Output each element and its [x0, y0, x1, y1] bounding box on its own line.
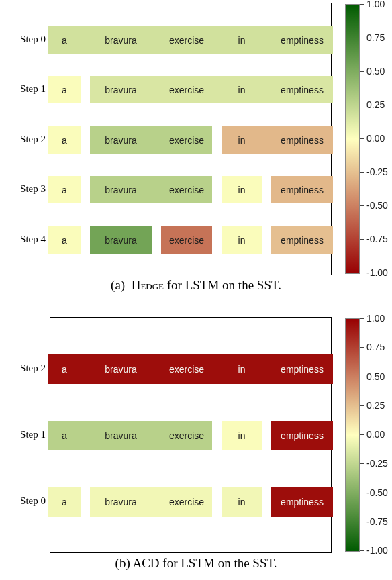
cell-gap — [81, 354, 90, 384]
step-label: Step 2 — [11, 134, 46, 145]
colorbar-a-gradient — [345, 4, 360, 274]
cell-gap — [212, 226, 222, 254]
word-cell: exercise — [161, 176, 212, 203]
colorbar-tick-label: 1.00 — [366, 0, 385, 9]
caption-a-suffix: for LSTM on the SST. — [164, 278, 281, 292]
word-cell: exercise — [161, 126, 212, 154]
colorbar-b: 1.000.750.500.250.00-0.25-0.50-0.75-1.00 — [345, 318, 381, 552]
cell-gap — [212, 176, 222, 203]
word-cell: exercise — [161, 26, 212, 54]
cell-gap — [262, 421, 271, 450]
colorbar-tick-label: -0.25 — [366, 458, 388, 469]
cell-gap — [152, 76, 161, 103]
heatmap-row: abravuraexerciseinemptiness — [48, 421, 333, 450]
cell-gap — [152, 354, 161, 384]
word-cell: a — [48, 421, 81, 450]
colorbar-tick — [360, 71, 364, 72]
cell-gap — [81, 176, 90, 203]
word-cell: bravura — [90, 126, 152, 154]
word-cell: in — [222, 226, 262, 254]
word-cell: bravura — [90, 487, 152, 517]
cell-gap — [81, 76, 90, 103]
word-cell: emptiness — [271, 26, 333, 54]
panel-a: abravuraexerciseinemptinessabravuraexerc… — [11, 3, 381, 295]
colorbar-tick — [360, 347, 364, 348]
step-label: Step 1 — [11, 429, 46, 440]
colorbar-tick — [360, 463, 364, 464]
colorbar-tick — [360, 377, 364, 377]
colorbar-tick-label: 0.50 — [366, 371, 385, 382]
word-cell: a — [48, 26, 81, 54]
word-cell: bravura — [90, 176, 152, 203]
word-cell: exercise — [161, 76, 212, 103]
word-cell: a — [48, 176, 81, 203]
cell-gap — [212, 126, 222, 154]
cell-gap — [262, 354, 271, 384]
colorbar-a: 1.000.750.500.250.00-0.25-0.50-0.75-1.00 — [345, 4, 381, 274]
colorbar-tick-label: -0.75 — [366, 516, 388, 527]
word-cell: bravura — [90, 354, 152, 384]
cell-gap — [152, 26, 161, 54]
cell-gap — [262, 26, 271, 54]
cell-gap — [81, 487, 90, 517]
cell-gap — [81, 226, 90, 254]
plot-a-area: abravuraexerciseinemptinessabravuraexerc… — [50, 3, 332, 275]
word-cell: a — [48, 226, 81, 254]
colorbar-tick — [360, 38, 364, 38]
step-label: Step 3 — [11, 183, 46, 195]
cell-gap — [212, 421, 222, 450]
caption-a-prefix: (a) H — [111, 278, 140, 292]
word-cell: bravura — [90, 26, 152, 54]
colorbar-tick — [360, 4, 364, 5]
colorbar-tick-label: 0.00 — [366, 429, 385, 440]
colorbar-tick — [360, 434, 364, 435]
word-cell: a — [48, 487, 81, 517]
word-cell: in — [222, 176, 262, 203]
word-cell: exercise — [161, 354, 212, 384]
colorbar-tick-label: -1.00 — [366, 267, 388, 278]
word-cell: bravura — [90, 226, 152, 254]
colorbar-tick — [360, 405, 364, 406]
panel-b: abravuraexerciseinemptinessabravuraexerc… — [11, 317, 381, 572]
colorbar-tick-label: 0.50 — [366, 66, 385, 77]
cell-gap — [262, 176, 271, 203]
step-label: Step 4 — [11, 234, 46, 245]
heatmap-row: abravuraexerciseinemptiness — [48, 76, 333, 103]
cell-gap — [212, 354, 222, 384]
word-cell: a — [48, 354, 81, 384]
word-cell: in — [222, 76, 262, 103]
colorbar-tick — [360, 318, 364, 319]
colorbar-tick-label: -1.00 — [366, 545, 388, 556]
colorbar-tick — [360, 172, 364, 173]
cell-gap — [262, 487, 271, 517]
cell-gap — [152, 421, 161, 450]
word-cell: in — [222, 421, 262, 450]
cell-gap — [212, 26, 222, 54]
word-cell: exercise — [161, 487, 212, 517]
word-cell: a — [48, 126, 81, 154]
caption-a: (a) Hedge for LSTM on the SST. — [11, 278, 381, 293]
colorbar-tick-label: 0.25 — [366, 99, 385, 110]
cell-gap — [212, 76, 222, 103]
colorbar-tick-label: -0.75 — [366, 234, 388, 244]
cell-gap — [262, 76, 271, 103]
colorbar-tick — [360, 105, 364, 105]
colorbar-tick-label: -0.50 — [366, 200, 388, 211]
plot-a-wrap: abravuraexerciseinemptinessabravuraexerc… — [11, 3, 381, 275]
colorbar-tick — [360, 138, 364, 139]
colorbar-tick — [360, 239, 364, 240]
word-cell: emptiness — [271, 126, 333, 154]
cell-gap — [152, 126, 161, 154]
cell-gap — [262, 226, 271, 254]
heatmap-row: abravuraexerciseinemptiness — [48, 354, 333, 384]
colorbar-tick-label: 0.00 — [366, 133, 385, 144]
heatmap-row: abravuraexerciseinemptiness — [48, 26, 333, 54]
colorbar-tick — [360, 205, 364, 206]
colorbar-tick-label: 0.25 — [366, 400, 385, 411]
word-cell: bravura — [90, 76, 152, 103]
colorbar-tick-label: 0.75 — [366, 342, 385, 352]
colorbar-b-gradient — [345, 318, 360, 552]
word-cell: emptiness — [271, 421, 333, 450]
heatmap-row: abravuraexerciseinemptiness — [48, 226, 333, 254]
word-cell: exercise — [161, 226, 212, 254]
